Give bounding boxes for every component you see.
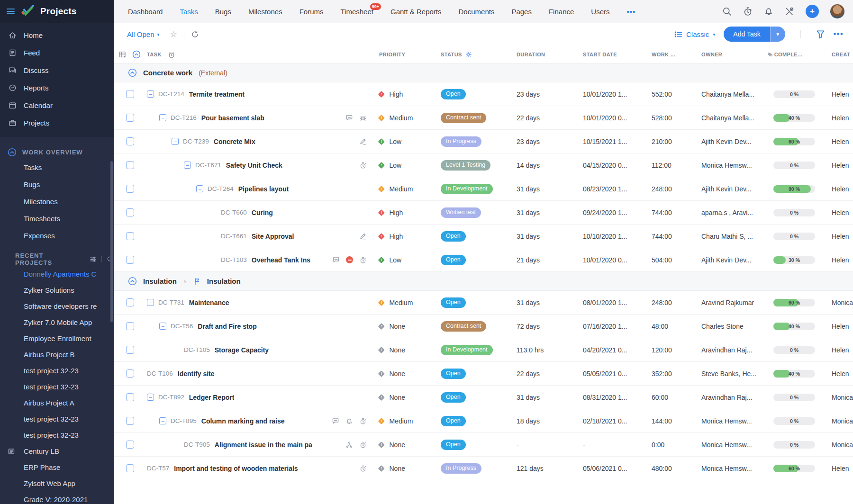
nav-item-dashboard[interactable]: Dashboard <box>128 8 163 16</box>
status-badge[interactable]: Open <box>441 297 466 308</box>
status-badge[interactable]: Contract sent <box>441 321 486 332</box>
nav-item-milestones[interactable]: Milestones <box>248 8 282 16</box>
recent-project-item[interactable]: test project 32-23 <box>0 427 114 443</box>
column-start-date[interactable]: START DATE <box>583 52 652 57</box>
hierarchy-icon[interactable] <box>345 441 353 449</box>
progress-bar[interactable]: 40 % <box>773 323 815 330</box>
owner-cell[interactable]: Aravind Rajkumar <box>701 299 768 306</box>
nav-item-finance[interactable]: Finance <box>549 8 574 16</box>
priority-cell[interactable]: !High <box>379 90 441 98</box>
task-name[interactable]: Site Approval <box>252 233 294 240</box>
column-duration[interactable]: DURATION <box>517 52 583 57</box>
nav-item-pages[interactable]: Pages <box>511 8 532 16</box>
owner-cell[interactable]: Chaitanya Mella... <box>701 114 768 122</box>
collapse-work-overview-icon[interactable] <box>8 148 17 157</box>
expand-toggle[interactable] <box>184 162 191 169</box>
task-name[interactable]: Column marking and raise <box>201 417 285 425</box>
progress-bar[interactable]: 40 % <box>773 114 815 122</box>
status-badge[interactable]: In Progress <box>441 136 481 147</box>
recent-project-item[interactable]: test project 32-23 <box>0 411 114 427</box>
blocked-icon[interactable] <box>346 256 353 263</box>
table-layout-icon[interactable] <box>118 51 126 58</box>
user-avatar[interactable] <box>830 4 844 18</box>
owner-cell[interactable]: Ajith Kevin Dev... <box>701 138 768 145</box>
row-checkbox[interactable] <box>126 346 134 354</box>
owner-cell[interactable]: Monica Hemsw... <box>701 417 768 425</box>
column-owner[interactable]: OWNER <box>701 52 768 57</box>
column-work[interactable]: WORK ... <box>652 52 701 57</box>
task-name[interactable]: Pour basement slab <box>201 114 264 122</box>
task-name[interactable]: Maintenance <box>189 299 229 306</box>
row-checkbox[interactable] <box>126 161 134 169</box>
nav-item-documents[interactable]: Documents <box>459 8 495 16</box>
recent-project-item[interactable]: Donnelly Apartments C <box>0 266 114 282</box>
column-percent-complete[interactable]: % COMPLE... <box>768 52 832 57</box>
sidebar-item-home[interactable]: Home <box>0 27 114 44</box>
comment-icon[interactable] <box>332 256 340 264</box>
row-checkbox[interactable] <box>126 322 134 330</box>
status-badge[interactable]: Open <box>441 416 466 426</box>
project-filter-icon[interactable] <box>90 256 97 263</box>
row-checkbox[interactable] <box>126 208 134 216</box>
row-checkbox[interactable] <box>126 114 134 122</box>
add-task-button[interactable]: Add Task ▼ <box>724 27 785 42</box>
recent-project-item[interactable]: Century LB <box>0 443 114 459</box>
priority-cell[interactable]: !None <box>379 370 441 378</box>
collapse-group-icon[interactable] <box>128 68 137 77</box>
sidebar-item-calendar[interactable]: Calendar <box>0 97 114 114</box>
expand-toggle[interactable] <box>159 323 166 330</box>
sidebar-item-projects[interactable]: Projects <box>0 114 114 132</box>
status-badge[interactable]: Open <box>441 440 466 450</box>
progress-bar[interactable]: 0 % <box>773 346 815 354</box>
row-checkbox[interactable] <box>126 232 134 240</box>
owner-cell[interactable]: Ajith Kevin Dev... <box>701 256 768 264</box>
recent-project-item[interactable]: Airbus Project A <box>0 395 114 411</box>
priority-cell[interactable]: !Medium <box>379 299 441 306</box>
progress-bar[interactable]: 0 % <box>773 233 815 240</box>
view-filter-dropdown[interactable]: All Open▾ <box>127 30 160 38</box>
row-checkbox[interactable] <box>126 417 134 425</box>
progress-bar[interactable]: 0 % <box>773 90 815 98</box>
sidebar-item-feed[interactable]: Feed <box>0 44 114 62</box>
timer-icon[interactable] <box>359 465 367 472</box>
recent-project-item[interactable]: Grade V: 2020-2021 <box>0 492 114 504</box>
owner-cell[interactable]: aparna.s , Aravi... <box>701 209 768 216</box>
status-badge[interactable]: In Progress <box>441 463 481 474</box>
priority-cell[interactable]: !None <box>379 346 441 354</box>
group-title[interactable]: Insulation <box>143 277 177 285</box>
expand-toggle[interactable] <box>147 90 154 98</box>
expand-toggle[interactable] <box>147 299 154 306</box>
column-task[interactable]: TASK <box>147 52 162 57</box>
owner-cell[interactable]: Monica Hemsw... <box>701 441 768 449</box>
notifications-bell-icon[interactable] <box>764 7 773 16</box>
collapse-group-icon[interactable] <box>128 277 137 286</box>
row-checkbox[interactable] <box>126 393 134 401</box>
recent-project-item[interactable]: Zylker Solutions <box>0 282 114 298</box>
sidebar-item-reports[interactable]: Reports <box>0 79 114 97</box>
owner-cell[interactable]: Monica Hemsw... <box>701 162 768 169</box>
task-name[interactable]: Import and testing of wooden materials <box>174 465 298 472</box>
search-icon[interactable] <box>722 7 732 16</box>
priority-cell[interactable]: !High <box>379 209 441 216</box>
status-badge[interactable]: Level 1 Testing <box>441 160 490 171</box>
owner-cell[interactable]: Ajith Kevin Dev... <box>701 185 768 193</box>
owner-cell[interactable]: Aravindhan Raj... <box>701 394 768 401</box>
recent-project-item[interactable]: Zylsoft Web App <box>0 476 114 492</box>
recent-project-item[interactable]: Software developers re <box>0 298 114 315</box>
row-checkbox[interactable] <box>126 298 134 306</box>
progress-bar[interactable]: 60 % <box>773 138 815 145</box>
status-badge[interactable]: Contract sent <box>441 113 486 123</box>
owner-cell[interactable]: Chaitanya Mella... <box>701 90 768 98</box>
comment-icon[interactable] <box>345 114 353 122</box>
row-checkbox[interactable] <box>126 464 134 472</box>
layout-classic-dropdown[interactable]: Classic▾ <box>674 30 715 38</box>
nav-item-forums[interactable]: Forums <box>299 8 324 16</box>
status-settings-gear-icon[interactable] <box>465 51 472 58</box>
task-name[interactable]: Concrete Mix <box>214 138 255 145</box>
refresh-icon[interactable] <box>191 30 199 38</box>
row-checkbox[interactable] <box>126 137 134 145</box>
nav-more-button[interactable]: ••• <box>627 8 636 16</box>
task-name[interactable]: Identify site <box>178 370 215 378</box>
work-overview-item-milestones[interactable]: Milestones <box>0 193 114 210</box>
expand-toggle[interactable] <box>196 185 203 192</box>
